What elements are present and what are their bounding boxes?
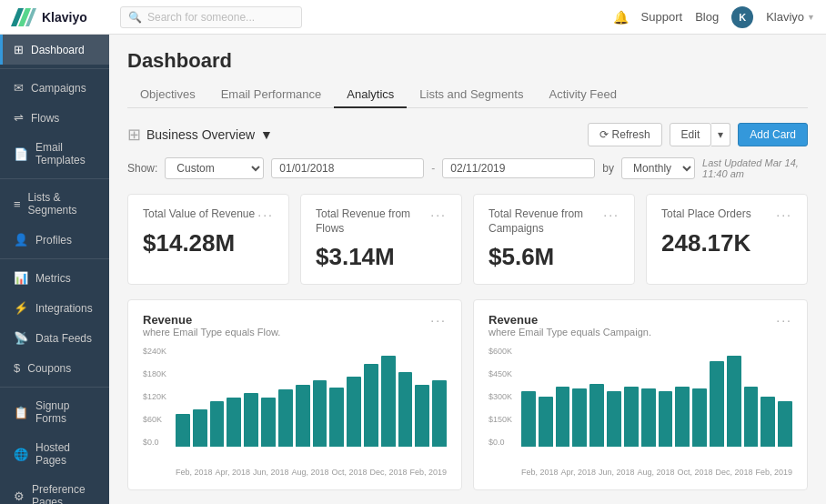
- chart-bar: [710, 361, 724, 447]
- nav-right: 🔔 Support Blog K Klaviyo ▼: [613, 6, 815, 28]
- chart-bar: [692, 388, 707, 447]
- date-to-input[interactable]: [442, 158, 595, 178]
- filter-row: Show: Custom Last 30 Days Last 7 Days - …: [127, 157, 808, 179]
- y-labels-1: $600K $450K $300K $150K $0.0: [489, 347, 512, 447]
- chart-bar: [744, 387, 759, 448]
- sidebar-item-hosted-pages[interactable]: 🌐 Hosted Pages: [0, 433, 109, 475]
- y-labels-0: $240K $180K $120K $60K $0.0: [143, 347, 166, 447]
- chart-bar: [381, 356, 396, 447]
- metric-label-0: Total Value of Revenue: [143, 207, 255, 222]
- edit-button[interactable]: Edit: [670, 123, 712, 146]
- refresh-button[interactable]: ⟳ Refresh: [588, 123, 661, 146]
- chart-bar: [193, 409, 207, 447]
- signup-forms-icon: 📋: [14, 406, 28, 419]
- lists-segments-icon: ≡: [14, 197, 21, 211]
- chart-bar: [398, 372, 413, 447]
- metric-label-3: Total Place Orders: [661, 207, 751, 222]
- metric-more-0[interactable]: ···: [257, 207, 274, 222]
- chart-bar: [727, 356, 741, 447]
- sidebar-item-metrics[interactable]: 📊 Metrics: [0, 263, 109, 293]
- sidebar-divider-2: [0, 178, 109, 179]
- dashboard-toolbar: ⊞ Business Overview ▼ ⟳ Refresh Edit ▾ A…: [127, 123, 808, 146]
- logo: Klaviyo: [11, 8, 111, 26]
- sidebar-item-dashboard[interactable]: ⊞ Dashboard: [0, 35, 109, 65]
- chart-bar: [761, 397, 775, 448]
- sidebar-divider-1: [0, 68, 109, 69]
- metric-more-1[interactable]: ···: [430, 207, 447, 222]
- bar-chart-revenue-campaigns: $600K $450K $300K $150K $0.0: [489, 347, 792, 465]
- sidebar-item-profiles[interactable]: 👤 Profiles: [0, 225, 109, 255]
- chart-bar: [244, 393, 258, 447]
- chart-subtitle-revenue-campaigns: where Email Type equals Campaign.: [489, 327, 651, 338]
- sidebar-item-integrations[interactable]: ⚡ Integrations: [0, 293, 109, 323]
- metric-label-2: Total Revenue from Campaigns: [489, 207, 603, 236]
- chart-bar: [572, 388, 587, 447]
- sidebar-item-preference-pages[interactable]: ⚙ Preference Pages: [0, 475, 109, 504]
- coupons-icon: $: [14, 361, 20, 375]
- metric-card-campaigns-revenue: Total Revenue from Campaigns ··· $5.6M: [473, 194, 635, 285]
- support-link[interactable]: Support: [641, 10, 683, 24]
- period-filter-select[interactable]: Custom Last 30 Days Last 7 Days: [165, 157, 264, 179]
- sidebar: ⊞ Dashboard ✉ Campaigns ⇌ Flows 📄 Email …: [0, 35, 109, 504]
- chart-bar: [624, 387, 639, 448]
- chart-bar: [313, 380, 327, 447]
- chart-bar: [278, 389, 293, 448]
- tab-activity-feed[interactable]: Activity Feed: [536, 82, 629, 108]
- chart-bar: [347, 377, 361, 447]
- charts-row-1: Revenue where Email Type equals Flow. ··…: [127, 299, 808, 490]
- tab-email-performance[interactable]: Email Performance: [208, 82, 335, 108]
- search-bar[interactable]: 🔍 Search for someone...: [120, 6, 302, 28]
- dashboard-icon: ⊞: [14, 43, 24, 56]
- chart-bar: [556, 387, 570, 448]
- data-feeds-icon: 📡: [14, 331, 28, 345]
- user-menu[interactable]: Klaviyo ▼: [766, 10, 815, 24]
- sidebar-item-flows[interactable]: ⇌ Flows: [0, 103, 109, 133]
- search-placeholder: Search for someone...: [147, 11, 255, 24]
- chart-title-revenue-campaigns: Revenue: [489, 313, 651, 327]
- chart-bar: [675, 387, 690, 448]
- email-templates-icon: 📄: [14, 147, 28, 161]
- metric-more-3[interactable]: ···: [776, 207, 792, 222]
- sidebar-item-data-feeds[interactable]: 📡 Data Feeds: [0, 323, 109, 353]
- notification-bell-icon[interactable]: 🔔: [613, 10, 629, 25]
- metric-value-0: $14.28M: [143, 229, 274, 257]
- chart-more-0[interactable]: ···: [430, 313, 447, 328]
- date-from-input[interactable]: [271, 158, 424, 178]
- chart-more-1[interactable]: ···: [776, 313, 792, 328]
- blog-link[interactable]: Blog: [695, 10, 719, 24]
- metric-card-total-revenue: Total Value of Revenue ··· $14.28M: [127, 194, 289, 285]
- sidebar-item-email-templates[interactable]: 📄 Email Templates: [0, 133, 109, 175]
- user-avatar[interactable]: K: [731, 6, 753, 28]
- bar-chart-revenue-flows: $240K $180K $120K $60K $0.0: [143, 347, 447, 465]
- chart-bar: [778, 401, 792, 447]
- chart-bar: [641, 388, 656, 447]
- top-nav: Klaviyo 🔍 Search for someone... 🔔 Suppor…: [0, 0, 826, 35]
- layout: ⊞ Dashboard ✉ Campaigns ⇌ Flows 📄 Email …: [0, 35, 826, 504]
- metric-more-2[interactable]: ···: [603, 207, 620, 222]
- tab-objectives[interactable]: Objectives: [127, 82, 208, 108]
- sidebar-item-campaigns[interactable]: ✉ Campaigns: [0, 73, 109, 103]
- bars-0: [143, 347, 447, 447]
- chart-bar: [539, 397, 553, 448]
- profiles-icon: 👤: [14, 233, 28, 247]
- add-card-button[interactable]: Add Card: [738, 123, 808, 146]
- campaigns-icon: ✉: [14, 81, 24, 95]
- tab-analytics[interactable]: Analytics: [334, 82, 407, 108]
- last-updated-label: Last Updated Mar 14, 11:40 am: [702, 157, 808, 179]
- x-labels-1: Feb, 2018 Apr, 2018 Jun, 2018 Aug, 2018 …: [489, 468, 792, 477]
- edit-dropdown-button[interactable]: ▾: [711, 123, 730, 146]
- business-overview-selector[interactable]: ⊞ Business Overview ▼: [127, 125, 273, 145]
- klaviyo-logo-icon: [11, 8, 36, 26]
- sidebar-divider-4: [0, 387, 109, 388]
- business-overview-label: Business Overview: [146, 127, 255, 142]
- chart-bar: [659, 391, 673, 447]
- tab-lists-segments[interactable]: Lists and Segments: [407, 82, 536, 108]
- chart-revenue-flows: Revenue where Email Type equals Flow. ··…: [127, 299, 462, 490]
- chart-bar: [296, 385, 310, 447]
- granularity-select[interactable]: Monthly Weekly Daily: [621, 157, 695, 179]
- sidebar-item-lists-segments[interactable]: ≡ Lists & Segments: [0, 183, 109, 225]
- metric-value-2: $5.6M: [489, 243, 620, 271]
- sidebar-item-signup-forms[interactable]: 📋 Signup Forms: [0, 391, 109, 433]
- by-label: by: [602, 162, 614, 175]
- sidebar-item-coupons[interactable]: $ Coupons: [0, 353, 109, 383]
